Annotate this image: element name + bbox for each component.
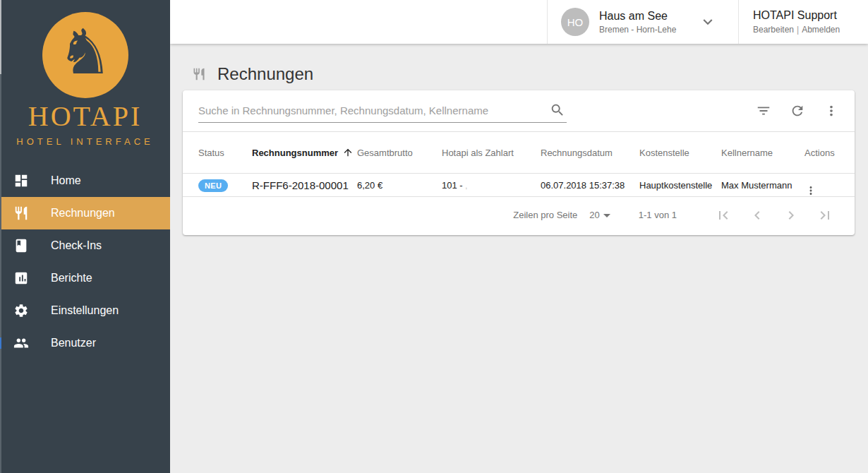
topbar-spacer: [170, 0, 547, 44]
kostenstelle-cell: Hauptkostenstelle: [639, 180, 721, 191]
column-header-rechnungsdatum[interactable]: Rechnungsdatum: [541, 148, 639, 158]
dashboard-icon: [13, 173, 29, 188]
horse-glyph: ♞: [57, 21, 113, 83]
dropdown-caret-icon: [603, 214, 610, 217]
zahlart-suffix: ,: [465, 181, 467, 190]
book-icon: [13, 238, 29, 253]
link-separator: |: [797, 25, 799, 35]
sidebar-item-einstellungen[interactable]: Einstellungen: [0, 294, 170, 327]
zahlart-cell: 101 - ,: [442, 180, 541, 191]
edit-link[interactable]: Bearbeiten: [753, 25, 794, 35]
rows-per-page-label: Zeilen pro Seite: [513, 210, 577, 220]
sidebar-item-benutzer[interactable]: Benutzer: [0, 327, 170, 359]
column-header-label: Rechnungsnummer: [252, 148, 338, 158]
column-header-kostenstelle[interactable]: Kostenstelle: [639, 148, 721, 158]
zahlart-value: 101 -: [442, 180, 463, 191]
hotel-location: Bremen - Horn-Lehe: [599, 25, 676, 35]
status-badge: NEU: [198, 179, 228, 192]
chevron-down-icon[interactable]: [699, 13, 717, 31]
hotel-avatar: HO: [561, 8, 589, 36]
more-vert-icon[interactable]: [824, 103, 839, 119]
sidebar-nav: Home Rechnungen Check-Ins Berichte Einst…: [0, 164, 170, 359]
screen-edge-light-segment: [0, 0, 1, 74]
screen-edge-artifact: [0, 0, 1, 473]
sidebar-item-label: Benutzer: [51, 337, 96, 349]
kellnername-cell: Max Mustermann: [721, 180, 804, 191]
hotel-name: Haus am See: [599, 10, 676, 23]
chevron-right-icon[interactable]: [783, 207, 800, 224]
pagination-range: 1-1 von 1: [639, 210, 677, 220]
rechnungsnummer-cell: R-FFF6-2018-00001: [252, 179, 357, 191]
rows-per-page-select[interactable]: 20: [589, 210, 610, 220]
rows-per-page-value: 20: [589, 210, 599, 220]
sidebar-item-rechnungen[interactable]: Rechnungen: [0, 197, 170, 229]
column-header-status[interactable]: Status: [198, 148, 252, 158]
logout-link[interactable]: Abmelden: [802, 25, 840, 35]
account-section: HOTAPI Support Bearbeiten|Abmelden: [738, 0, 868, 44]
chevron-left-icon[interactable]: [749, 207, 766, 224]
screen-edge-blue-segment: [0, 337, 1, 349]
search-field: [198, 99, 567, 123]
filter-icon[interactable]: [756, 103, 771, 119]
sidebar-item-home[interactable]: Home: [0, 164, 170, 197]
search-icon: [550, 102, 565, 118]
account-name: HOTAPI Support: [753, 9, 868, 22]
actions-cell: [804, 174, 855, 197]
sidebar-item-label: Check-Ins: [51, 239, 102, 252]
table-toolbar: [737, 103, 839, 119]
main-content: Rechnungen Status Rechnungsnummer Gesamt…: [170, 44, 868, 473]
column-header-zahlart[interactable]: Hotapi als Zahlart: [442, 148, 541, 158]
search-row: [183, 90, 855, 132]
refresh-icon[interactable]: [790, 103, 805, 119]
chart-icon: [13, 270, 29, 286]
table-header: Status Rechnungsnummer Gesamtbrutto Hota…: [183, 132, 855, 174]
app-logo: ♞ HOTAPI HOTEL INTERFACE: [0, 0, 170, 147]
logo-title: HOTAPI: [0, 100, 170, 133]
settings-icon: [13, 303, 29, 318]
row-more-vert-icon[interactable]: [804, 184, 855, 197]
column-header-kellnername[interactable]: Kellnername: [721, 148, 804, 158]
pagination-buttons: [698, 207, 833, 224]
page-title: Rechnungen: [217, 64, 313, 84]
column-header-gesamtbrutto[interactable]: Gesamtbrutto: [357, 148, 442, 158]
people-icon: [13, 335, 29, 351]
column-header-rechnungsnummer[interactable]: Rechnungsnummer: [252, 147, 357, 158]
sidebar-item-checkins[interactable]: Check-Ins: [0, 229, 170, 262]
sidebar-item-label: Home: [51, 174, 81, 187]
hotel-selector[interactable]: HO Haus am See Bremen - Horn-Lehe: [547, 0, 738, 44]
sidebar-item-label: Berichte: [51, 272, 92, 285]
last-page-icon[interactable]: [816, 207, 833, 224]
logo-subtitle: HOTEL INTERFACE: [0, 136, 170, 147]
rechnungsdatum-cell: 06.07.2018 15:37:38: [541, 180, 639, 191]
topbar: HO Haus am See Bremen - Horn-Lehe HOTAPI…: [170, 0, 868, 44]
hotel-text: Haus am See Bremen - Horn-Lehe: [599, 10, 676, 35]
horse-logo-icon: ♞: [42, 12, 128, 98]
restaurant-icon: [13, 205, 29, 221]
sidebar-item-berichte[interactable]: Berichte: [0, 262, 170, 294]
sidebar-item-label: Einstellungen: [51, 304, 119, 317]
page-title-row: Rechnungen: [192, 64, 868, 84]
first-page-icon[interactable]: [715, 207, 732, 224]
sidebar-item-label: Rechnungen: [51, 207, 115, 220]
invoices-card: Status Rechnungsnummer Gesamtbrutto Hota…: [183, 90, 855, 235]
status-cell: NEU: [198, 179, 252, 192]
table-row[interactable]: NEU R-FFF6-2018-00001 6,20 € 101 - , 06.…: [183, 174, 855, 197]
arrow-up-icon: [342, 147, 354, 158]
column-header-actions: Actions: [804, 148, 855, 158]
account-links: Bearbeiten|Abmelden: [753, 25, 868, 35]
gesamtbrutto-cell: 6,20 €: [357, 180, 442, 191]
restaurant-icon: [192, 67, 206, 81]
search-input[interactable]: [198, 99, 567, 122]
sidebar: ♞ HOTAPI HOTEL INTERFACE Home Rechnungen…: [0, 0, 170, 473]
pagination-bar: Zeilen pro Seite 20 1-1 von 1: [183, 197, 855, 233]
